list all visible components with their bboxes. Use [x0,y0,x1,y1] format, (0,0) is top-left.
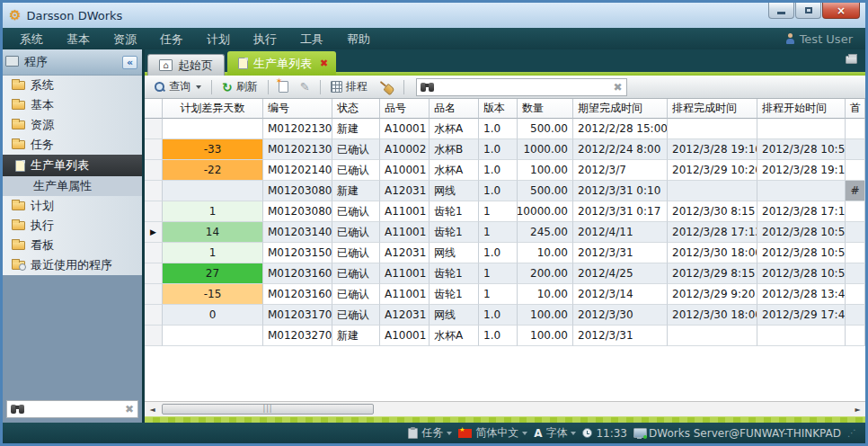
grid-cell[interactable]: 1.0 [479,305,518,326]
grid-cell[interactable]: 2012/3/14 [573,284,668,305]
grid-cell[interactable]: 已确认 [332,160,380,181]
grid-cell[interactable]: 1000.00 [518,139,573,160]
sidebar-item-4[interactable]: 生产单列表 [3,155,142,176]
grid-cell[interactable]: 10.00 [518,284,573,305]
table-row[interactable]: -22M012021401已确认A10001水杯A1.0100.002012/3… [145,160,865,181]
grid-cell[interactable] [163,181,263,201]
table-row[interactable]: M012032701新建A10001水杯A1.0100.002012/3/31 [145,326,865,346]
menu-item-2[interactable]: 资源 [102,32,148,46]
scroll-right-icon[interactable]: ► [850,406,865,414]
grid-cell[interactable] [846,284,865,305]
grid-cell[interactable]: 2012/3/30 8:15 [668,201,757,222]
grid-cell[interactable]: 1.0 [479,181,518,201]
grid-cell[interactable] [846,139,865,160]
row-selector[interactable] [145,326,163,346]
grid-cell[interactable]: A12031 [380,181,430,201]
grid-cell[interactable]: 2012/3/28 13:40 [757,284,846,305]
grid-cell[interactable]: 网线 [430,181,479,201]
row-selector[interactable] [145,119,163,139]
scrollbar-thumb[interactable]: ||| [162,404,374,415]
sidebar-item-8[interactable]: 看板 [3,236,142,255]
column-header-4[interactable]: 品名 [430,99,479,119]
grid-cell[interactable] [757,119,846,139]
grid-cell[interactable]: 14 [163,222,263,243]
horizontal-scrollbar[interactable]: ◄ ||| ► [145,401,865,416]
minimize-button[interactable] [768,3,794,19]
grid-cell[interactable]: 27 [163,263,263,284]
grid-cell[interactable]: M012032701 [263,326,332,346]
tab-close-icon[interactable]: ✖ [320,58,328,69]
grid-cell[interactable]: 已确认 [332,222,380,243]
grid-cell[interactable]: 水杯A [430,160,479,181]
table-row[interactable]: -33M012021302已确认A10002水杯B1.01000.002012/… [145,139,865,160]
grid-cell[interactable]: 2012/3/31 0:17 [573,201,668,222]
tab-start-page[interactable]: ⌂ 起始页 [147,54,225,76]
column-header-10[interactable]: 首 [846,99,865,119]
grid-cell[interactable]: A10001 [380,119,430,139]
grid-cell[interactable]: A11001 [380,284,430,305]
column-header-6[interactable]: 数量 [518,99,573,119]
grid-cell[interactable]: 2012/3/30 [573,305,668,326]
grid-cell[interactable]: 1.0 [479,139,518,160]
grid-cell[interactable]: A10002 [380,139,430,160]
grid-cell[interactable]: 2012/3/28 10:52 [757,139,846,160]
toolbar-search-clear-icon[interactable]: ✖ [614,82,623,93]
grid-cell[interactable]: 2012/2/24 8:00 [573,139,668,160]
menu-item-0[interactable]: 系统 [8,32,55,46]
grid-cell[interactable]: 已确认 [332,263,380,284]
grid-cell[interactable]: M012031602 [263,284,332,305]
restore-button[interactable] [795,3,821,19]
grid-cell[interactable]: 水杯B [430,139,479,160]
grid-cell[interactable] [846,222,865,243]
grid-cell[interactable]: M012031402 [263,222,332,243]
user-menu[interactable]: Test User [785,32,860,46]
grid-cell[interactable]: 2012/3/28 17:13 [668,222,757,243]
grid-cell[interactable]: 2012/3/28 10:52 [757,243,846,263]
grid-cell[interactable]: M012031501 [263,243,332,263]
row-selector[interactable] [145,284,163,305]
grid-cell[interactable]: M012021302 [263,139,332,160]
new-button[interactable] [275,79,292,94]
grid-cell[interactable]: 10000.00 [518,201,573,222]
grid-cell[interactable]: 已确认 [332,305,380,326]
grid-cell[interactable]: 2012/3/29 10:20 [668,160,757,181]
grid-cell[interactable]: -22 [163,160,263,181]
grid-cell[interactable]: 水杯A [430,119,479,139]
grid-cell[interactable]: 0 [163,305,263,326]
grid-cell[interactable]: 1 [479,222,518,243]
grid-cell[interactable]: 已确认 [332,284,380,305]
table-row[interactable]: ▶14M012031402已确认A11001齿轮11245.002012/4/1… [145,222,865,243]
row-selector[interactable] [145,243,163,263]
grid-cell[interactable]: A11001 [380,222,430,243]
grid-cell[interactable]: M012031601 [263,263,332,284]
grid-cell[interactable]: 齿轮1 [430,263,479,284]
column-header-1[interactable]: 编号 [263,99,332,119]
grid-cell[interactable]: 2012/3/28 19:10 [668,139,757,160]
sidebar-item-0[interactable]: 系统 [3,76,142,95]
sidebar-item-7[interactable]: 执行 [3,216,142,236]
grid-cell[interactable]: M012021301 [263,119,332,139]
table-row[interactable]: M012021301新建A10001水杯A1.0500.002012/2/28 … [145,119,865,139]
grid-cell[interactable] [846,201,865,222]
table-row[interactable]: 1M012031501已确认A12031网线1.010.002012/3/312… [145,243,865,263]
grid-cell[interactable]: 500.00 [518,119,573,139]
grid-cell[interactable]: 2012/3/30 18:00 [668,305,757,326]
grid-cell[interactable]: M012021401 [263,160,332,181]
grid-cell[interactable] [846,263,865,284]
grid-cell[interactable]: 1 [163,243,263,263]
grid-cell[interactable]: M012031701 [263,305,332,326]
grid-cell[interactable] [668,181,757,201]
grid-cell[interactable]: 100.00 [518,160,573,181]
selected-row-indicator[interactable]: ▶ [145,222,163,243]
query-dropdown-icon[interactable] [196,85,201,89]
menu-item-5[interactable]: 执行 [242,32,288,46]
grid-cell[interactable]: 1 [479,263,518,284]
grid-cell[interactable]: 2012/3/28 10:52 [757,222,846,243]
grid-cell[interactable]: 500.00 [518,181,573,201]
grid-cell[interactable]: 2012/3/31 0:10 [573,181,668,201]
grid-cell[interactable]: 1.0 [479,243,518,263]
grid-cell[interactable]: 1 [163,201,263,222]
menu-item-4[interactable]: 计划 [195,32,242,46]
grid-cell[interactable]: 齿轮1 [430,284,479,305]
grid-cell[interactable] [846,305,865,326]
